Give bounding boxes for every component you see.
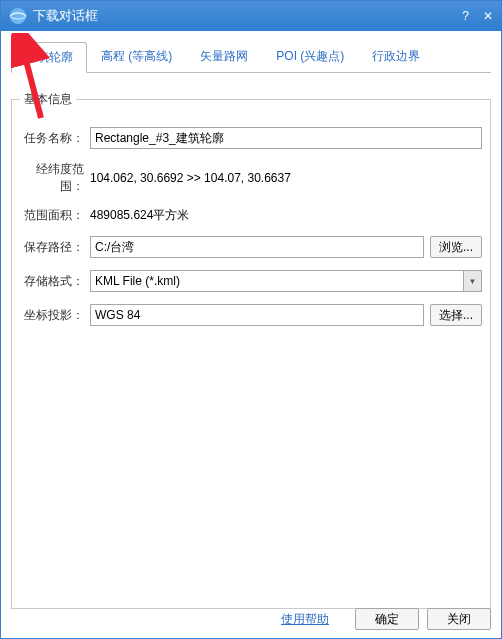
svg-point-0 <box>10 8 26 24</box>
tab-building-outline[interactable]: 建筑轮廓 <box>11 42 87 73</box>
tab-elevation[interactable]: 高程 (等高线) <box>87 41 186 72</box>
group-legend: 基本信息 <box>20 91 76 108</box>
select-format-value[interactable] <box>90 270 482 292</box>
globe-icon <box>9 7 27 25</box>
input-task-name[interactable] <box>90 127 482 149</box>
tab-label: 矢量路网 <box>200 49 248 63</box>
browse-button[interactable]: 浏览... <box>430 236 482 258</box>
label-projection: 坐标投影： <box>20 307 84 324</box>
label-task-name: 任务名称： <box>20 130 84 147</box>
row-save-path: 保存路径： 浏览... <box>20 236 482 258</box>
chevron-down-icon[interactable]: ▼ <box>463 271 481 291</box>
close-icon[interactable]: ✕ <box>483 10 493 22</box>
label-extent: 经纬度范围： <box>20 161 84 195</box>
input-projection[interactable] <box>90 304 424 326</box>
footer: 使用帮助 确定 关闭 <box>1 608 501 630</box>
help-icon[interactable]: ? <box>462 10 469 22</box>
label-area: 范围面积： <box>20 207 84 224</box>
value-area: 489085.624平方米 <box>90 207 189 224</box>
tab-label: 建筑轮廓 <box>25 50 73 64</box>
label-format: 存储格式： <box>20 273 84 290</box>
tab-poi[interactable]: POI (兴趣点) <box>262 41 358 72</box>
tab-bar: 建筑轮廓 高程 (等高线) 矢量路网 POI (兴趣点) 行政边界 <box>11 41 491 73</box>
row-task-name: 任务名称： <box>20 127 482 149</box>
row-area: 范围面积： 489085.624平方米 <box>20 207 482 224</box>
label-save-path: 保存路径： <box>20 239 84 256</box>
input-save-path[interactable] <box>90 236 424 258</box>
select-format[interactable]: ▼ <box>90 270 482 292</box>
help-link[interactable]: 使用帮助 <box>281 611 329 628</box>
row-projection: 坐标投影： 选择... <box>20 304 482 326</box>
tab-label: 行政边界 <box>372 49 420 63</box>
close-button[interactable]: 关闭 <box>427 608 491 630</box>
tab-admin-boundary[interactable]: 行政边界 <box>358 41 434 72</box>
window-title: 下载对话框 <box>33 7 462 25</box>
tab-label: 高程 (等高线) <box>101 49 172 63</box>
tab-vector-roads[interactable]: 矢量路网 <box>186 41 262 72</box>
row-format: 存储格式： ▼ <box>20 270 482 292</box>
ok-button[interactable]: 确定 <box>355 608 419 630</box>
tab-label: POI (兴趣点) <box>276 49 344 63</box>
value-extent: 104.062, 30.6692 >> 104.07, 30.6637 <box>90 171 291 185</box>
choose-projection-button[interactable]: 选择... <box>430 304 482 326</box>
row-extent: 经纬度范围： 104.062, 30.6692 >> 104.07, 30.66… <box>20 161 482 195</box>
basic-info-group: 基本信息 任务名称： 经纬度范围： 104.062, 30.6692 >> 10… <box>11 91 491 609</box>
title-bar: 下载对话框 ? ✕ <box>1 1 501 31</box>
content-area: 基本信息 任务名称： 经纬度范围： 104.062, 30.6692 >> 10… <box>1 73 501 609</box>
